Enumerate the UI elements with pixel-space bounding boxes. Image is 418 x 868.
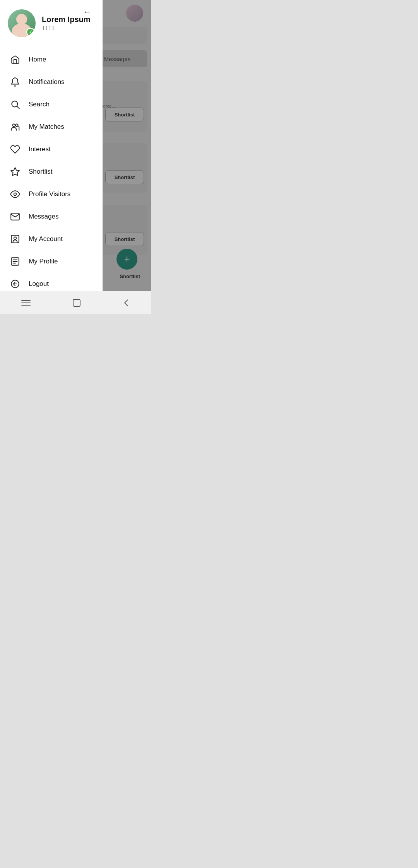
navigation-drawer: Lorem Ipsum 1111 Home Notificati — [0, 0, 103, 314]
svg-rect-20 — [73, 299, 80, 306]
nav-back-icon[interactable] — [122, 299, 130, 307]
my-account-label: My Account — [29, 235, 63, 243]
sidebar-item-notifications[interactable]: Notifications — [0, 71, 103, 93]
sidebar-item-home[interactable]: Home — [0, 48, 103, 71]
profile-visitors-label: Profile Visitors — [29, 190, 70, 198]
svg-point-3 — [13, 124, 15, 126]
logout-label: Logout — [29, 280, 49, 288]
sidebar-item-messages[interactable]: Messages — [0, 205, 103, 228]
account-icon — [9, 233, 21, 245]
sidebar-item-search[interactable]: Search — [0, 93, 103, 116]
home-label: Home — [29, 56, 46, 63]
envelope-icon — [9, 211, 21, 222]
sidebar-item-profile-visitors[interactable]: Profile Visitors — [0, 183, 103, 205]
search-label: Search — [29, 101, 50, 108]
home-icon — [9, 54, 21, 65]
bell-icon — [9, 76, 21, 88]
my-profile-label: My Profile — [29, 258, 58, 265]
back-arrow[interactable]: ← — [83, 7, 92, 17]
nav-home-icon[interactable] — [72, 299, 81, 307]
nav-menu-icon[interactable] — [21, 299, 31, 307]
notifications-label: Notifications — [29, 78, 65, 86]
eye-icon — [9, 188, 21, 200]
svg-marker-5 — [11, 167, 19, 176]
matches-icon — [9, 121, 21, 133]
sidebar-item-interest[interactable]: Interest — [0, 138, 103, 161]
search-icon — [9, 99, 21, 110]
my-matches-label: My Matches — [29, 123, 64, 131]
sidebar-item-shortlist[interactable]: Shortlist — [0, 161, 103, 183]
sidebar-item-my-matches[interactable]: My Matches — [0, 116, 103, 138]
menu-list: Home Notifications Search — [0, 45, 103, 314]
profile-icon — [9, 256, 21, 267]
svg-point-8 — [14, 237, 17, 240]
sidebar-item-my-account[interactable]: My Account — [0, 228, 103, 250]
sidebar-item-my-profile[interactable]: My Profile — [0, 250, 103, 273]
user-info: Lorem Ipsum 1111 — [42, 15, 95, 31]
interest-label: Interest — [29, 145, 51, 153]
messages-label: Messages — [29, 213, 58, 220]
svg-rect-7 — [11, 235, 19, 243]
user-avatar[interactable] — [8, 9, 36, 37]
bottom-navigation — [0, 291, 151, 314]
heart-icon — [9, 144, 21, 155]
verified-badge — [26, 28, 35, 36]
svg-line-2 — [17, 106, 19, 109]
shortlist-label: Shortlist — [29, 168, 52, 176]
svg-point-6 — [14, 193, 17, 196]
star-icon — [9, 166, 21, 178]
logout-icon — [9, 278, 21, 290]
user-id: 1111 — [42, 25, 95, 31]
